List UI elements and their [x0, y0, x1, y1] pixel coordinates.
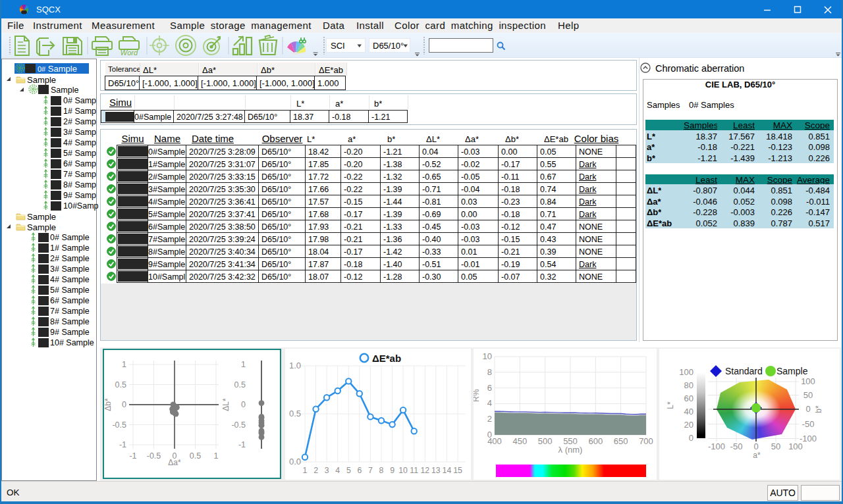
svg-text:8: 8 — [487, 367, 492, 377]
svg-text:λ (nm): λ (nm) — [558, 445, 583, 455]
svg-text:ΔE*ab: ΔE*ab — [372, 353, 401, 364]
svg-text:0.5: 0.5 — [234, 380, 246, 390]
svg-text:-0.5: -0.5 — [147, 451, 161, 461]
svg-text:700: 700 — [639, 436, 653, 446]
svg-text:0: 0 — [805, 404, 810, 414]
svg-text:10: 10 — [483, 351, 492, 361]
svg-text:6: 6 — [487, 383, 492, 393]
svg-text:80: 80 — [684, 380, 693, 390]
svg-text:-1: -1 — [129, 451, 136, 461]
svg-text:40: 40 — [684, 407, 693, 416]
svg-text:Δb*: Δb* — [104, 398, 113, 411]
svg-text:13: 13 — [431, 466, 441, 475]
svg-text:4: 4 — [335, 466, 340, 475]
svg-text:1.0: 1.0 — [289, 361, 301, 370]
svg-text:50: 50 — [771, 441, 780, 451]
svg-text:6: 6 — [357, 466, 362, 475]
svg-text:100: 100 — [679, 367, 693, 377]
svg-text:-100: -100 — [708, 441, 725, 451]
svg-text:11: 11 — [410, 466, 418, 475]
svg-text:ΔL*: ΔL* — [221, 398, 231, 411]
svg-text:450: 450 — [512, 436, 527, 446]
svg-text:-0.5: -0.5 — [231, 420, 246, 430]
svg-text:-50: -50 — [802, 419, 815, 429]
svg-text:0.0: 0.0 — [289, 457, 301, 466]
svg-text:a*: a* — [753, 451, 761, 460]
svg-text:650: 650 — [614, 436, 628, 446]
svg-text:0: 0 — [241, 400, 246, 409]
svg-text:-1: -1 — [238, 440, 246, 449]
svg-text:0.5: 0.5 — [289, 409, 301, 418]
svg-text:1: 1 — [122, 360, 126, 369]
svg-text:9: 9 — [390, 466, 394, 475]
svg-text:Word: Word — [121, 49, 138, 57]
svg-text:50: 50 — [803, 390, 813, 400]
svg-text:500: 500 — [538, 436, 553, 446]
svg-text:7: 7 — [368, 466, 373, 475]
svg-text:-50: -50 — [730, 441, 743, 451]
svg-text:Standard: Standard — [725, 366, 763, 376]
svg-text:1: 1 — [241, 360, 246, 369]
svg-text:5: 5 — [346, 466, 351, 475]
svg-text:0.5: 0.5 — [115, 380, 126, 390]
svg-text:2: 2 — [313, 466, 318, 475]
svg-text:0: 0 — [122, 400, 126, 409]
svg-text:1: 1 — [303, 466, 308, 475]
svg-text:Sample: Sample — [776, 366, 808, 376]
svg-text:3: 3 — [325, 466, 329, 475]
svg-text:0: 0 — [753, 441, 758, 451]
svg-text:R%: R% — [474, 389, 481, 402]
svg-text:60: 60 — [684, 393, 693, 403]
svg-text:-0.5: -0.5 — [112, 420, 126, 430]
svg-text:15: 15 — [453, 466, 462, 475]
svg-text:1: 1 — [214, 451, 219, 461]
svg-text:400: 400 — [487, 436, 502, 446]
svg-text:100: 100 — [801, 376, 815, 386]
svg-text:L*: L* — [666, 401, 675, 409]
svg-text:-1: -1 — [119, 440, 126, 449]
svg-text:10: 10 — [398, 466, 408, 475]
svg-text:20: 20 — [684, 420, 693, 430]
svg-text:600: 600 — [588, 436, 603, 446]
svg-text:2: 2 — [487, 414, 492, 424]
svg-text:0: 0 — [689, 433, 693, 443]
svg-text:0.5: 0.5 — [190, 451, 201, 461]
svg-text:100: 100 — [788, 441, 803, 451]
svg-text:14: 14 — [443, 466, 452, 475]
svg-text:4: 4 — [487, 398, 492, 408]
svg-text:8: 8 — [379, 466, 384, 475]
svg-text:b*: b* — [814, 405, 823, 413]
svg-text:12: 12 — [420, 466, 429, 475]
svg-text:Δa*: Δa* — [168, 458, 181, 467]
